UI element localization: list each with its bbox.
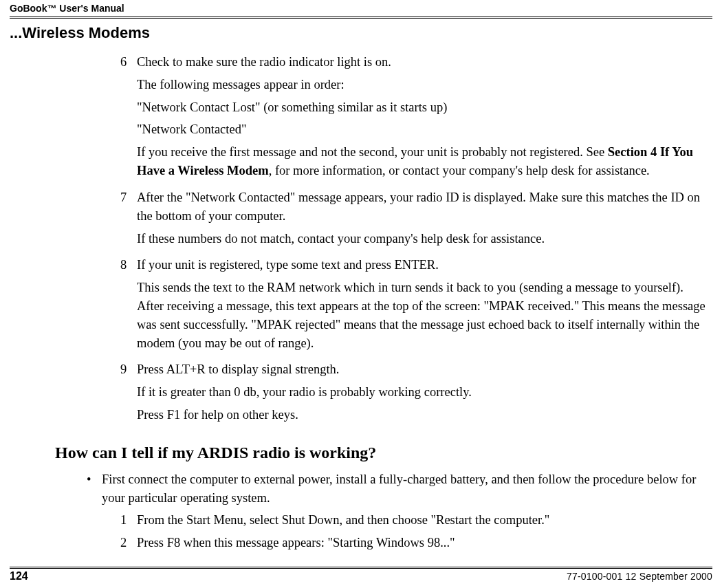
paragraph: If your unit is registered, type some te… bbox=[137, 256, 707, 274]
list-item: 2 Press F8 when this message appears: "S… bbox=[120, 534, 707, 552]
item-number: 9 bbox=[120, 360, 137, 428]
content-area: 6 Check to make sure the radio indicator… bbox=[10, 53, 712, 552]
paragraph: "Network Contacted" bbox=[137, 120, 707, 139]
item-text: Press ALT+R to display signal strength. … bbox=[137, 360, 707, 428]
paragraph: If it is greater than 0 db, your radio i… bbox=[137, 383, 707, 402]
item-text: After the "Network Contacted" message ap… bbox=[137, 188, 707, 252]
item-text: Check to make sure the radio indicator l… bbox=[137, 53, 707, 184]
footer-rule bbox=[10, 567, 712, 569]
bullet-marker: • bbox=[87, 470, 102, 508]
bullet-item: • First connect the computer to external… bbox=[87, 470, 707, 508]
numbered-list: 6 Check to make sure the radio indicator… bbox=[120, 53, 707, 428]
paragraph: If you receive the first message and not… bbox=[137, 143, 707, 180]
running-head: GoBook™ User's Manual bbox=[10, 0, 712, 15]
list-item: 7 After the "Network Contacted" message … bbox=[120, 188, 707, 252]
list-item: 1 From the Start Menu, select Shut Down,… bbox=[120, 511, 707, 530]
list-item: 8 If your unit is registered, type some … bbox=[120, 256, 707, 356]
sub-numbered-list: 1 From the Start Menu, select Shut Down,… bbox=[120, 511, 707, 552]
text-run: If you receive the first message and not… bbox=[137, 145, 608, 159]
subsection-heading: How can I tell if my ARDIS radio is work… bbox=[55, 444, 707, 462]
paragraph: The following messages appear in order: bbox=[137, 76, 707, 94]
item-text: If your unit is registered, type some te… bbox=[137, 256, 707, 356]
section-continuation-title: ...Wireless Modems bbox=[10, 24, 712, 42]
item-text: From the Start Menu, select Shut Down, a… bbox=[137, 511, 707, 530]
list-item: 9 Press ALT+R to display signal strength… bbox=[120, 360, 707, 428]
paragraph: Press ALT+R to display signal strength. bbox=[137, 360, 707, 379]
bullet-text: First connect the computer to external p… bbox=[102, 470, 707, 508]
item-number: 8 bbox=[120, 256, 137, 356]
list-item: 6 Check to make sure the radio indicator… bbox=[120, 53, 707, 184]
paragraph: Check to make sure the radio indicator l… bbox=[137, 53, 707, 72]
item-number: 1 bbox=[120, 511, 137, 530]
page-number: 124 bbox=[10, 570, 28, 582]
item-number: 2 bbox=[120, 534, 137, 552]
paragraph: If these numbers do not match, contact y… bbox=[137, 230, 707, 248]
paragraph: After the "Network Contacted" message ap… bbox=[137, 188, 707, 226]
item-number: 7 bbox=[120, 188, 137, 252]
header-rule bbox=[10, 17, 712, 19]
item-number: 6 bbox=[120, 53, 137, 184]
item-text: Press F8 when this message appears: "Sta… bbox=[137, 534, 707, 552]
paragraph: Press F1 for help on other keys. bbox=[137, 406, 707, 424]
text-run: , for more information, or contact your … bbox=[269, 164, 650, 177]
paragraph: This sends the text to the RAM network w… bbox=[137, 279, 707, 352]
paragraph: "Network Contact Lost" (or something sim… bbox=[137, 98, 707, 117]
page-footer: 124 77-0100-001 12 September 2000 bbox=[0, 567, 722, 582]
document-id-date: 77-0100-001 12 September 2000 bbox=[567, 571, 712, 582]
